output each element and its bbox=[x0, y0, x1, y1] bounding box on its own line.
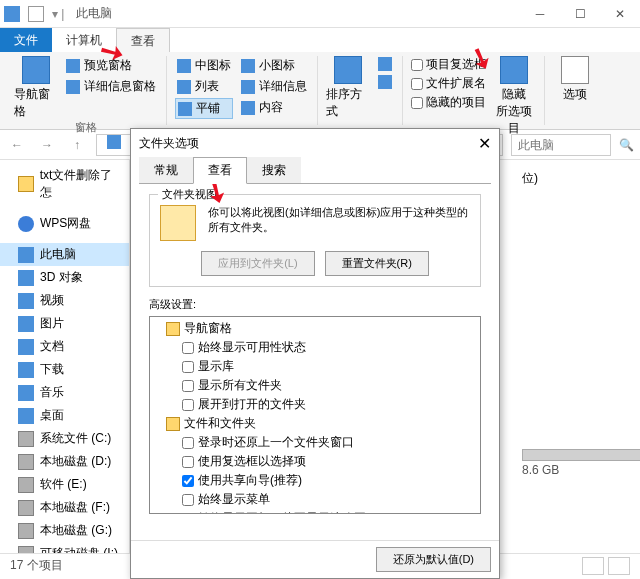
addcol-button[interactable] bbox=[376, 56, 394, 72]
sidebar-item[interactable]: 本地磁盘 (G:) bbox=[0, 519, 129, 542]
small-icons-button[interactable]: 小图标 bbox=[239, 56, 309, 75]
tree-check[interactable]: 使用复选框以选择项 bbox=[152, 452, 478, 471]
dlg-tab-search[interactable]: 搜索 bbox=[247, 157, 301, 184]
options-button[interactable]: 选项 bbox=[553, 56, 597, 125]
folder-view-text: 你可以将此视图(如详细信息或图标)应用于这种类型的所有文件夹。 bbox=[208, 205, 470, 241]
up-button[interactable]: ↑ bbox=[66, 134, 88, 156]
nav-pane-button[interactable]: 导航窗格 bbox=[14, 56, 58, 120]
tree-checkbox[interactable] bbox=[182, 513, 194, 515]
reset-folders-button[interactable]: 重置文件夹(R) bbox=[325, 251, 429, 276]
sidebar-item[interactable]: 文档 bbox=[0, 335, 129, 358]
restore-defaults-button[interactable]: 还原为默认值(D) bbox=[376, 547, 491, 572]
tree-check[interactable]: 显示库 bbox=[152, 357, 478, 376]
chk-extensions[interactable]: 文件扩展名 bbox=[411, 75, 486, 92]
sidebar-item[interactable]: 本地磁盘 (F:) bbox=[0, 496, 129, 519]
view-large-button[interactable] bbox=[608, 557, 630, 575]
sidebar-item[interactable]: 系统文件 (C:) bbox=[0, 427, 129, 450]
tab-view[interactable]: 查看 bbox=[116, 28, 170, 52]
chk-checkboxes[interactable]: 项目复选框 bbox=[411, 56, 486, 73]
tree-check[interactable]: 显示所有文件夹 bbox=[152, 376, 478, 395]
search-input[interactable] bbox=[511, 134, 611, 156]
qat-sep: ▾ | bbox=[52, 7, 64, 21]
dialog-close-button[interactable]: ✕ bbox=[478, 134, 491, 153]
sort-icon bbox=[334, 56, 362, 84]
tiles-button[interactable]: 平铺 bbox=[175, 98, 233, 119]
tree-check[interactable]: 展开到打开的文件夹 bbox=[152, 395, 478, 414]
tree-checkbox[interactable] bbox=[182, 475, 194, 487]
medium-icons-button[interactable]: 中图标 bbox=[175, 56, 233, 75]
qat-icon[interactable] bbox=[28, 6, 44, 22]
sidebar-item[interactable]: 可移动磁盘 (I:) bbox=[0, 542, 129, 553]
sidebar-item-thispc[interactable]: 此电脑 bbox=[0, 243, 129, 266]
details-pane-button[interactable]: 详细信息窗格 bbox=[64, 77, 158, 96]
tree-checkbox[interactable] bbox=[182, 494, 194, 506]
tree-folder[interactable]: 文件和文件夹 bbox=[152, 414, 478, 433]
detailv-icon bbox=[241, 80, 255, 94]
details-icon bbox=[66, 80, 80, 94]
tree-checkbox[interactable] bbox=[182, 380, 194, 392]
view-details-button[interactable] bbox=[582, 557, 604, 575]
dialog-body: 文件夹视图 你可以将此视图(如详细信息或图标)应用于这种类型的所有文件夹。 应用… bbox=[139, 183, 491, 540]
dlg-tab-general[interactable]: 常规 bbox=[139, 157, 193, 184]
tree-check[interactable]: 始终显示可用性状态 bbox=[152, 338, 478, 357]
tree-checkbox[interactable] bbox=[182, 456, 194, 468]
advanced-label: 高级设置: bbox=[149, 297, 481, 312]
tree-checkbox[interactable] bbox=[182, 437, 194, 449]
drive-icon bbox=[18, 477, 34, 493]
search-icon[interactable]: 🔍 bbox=[619, 138, 634, 152]
drive-icon bbox=[18, 523, 34, 539]
tree-check[interactable]: 登录时还原上一个文件夹窗口 bbox=[152, 433, 478, 452]
advanced-tree[interactable]: 导航窗格始终显示可用性状态显示库显示所有文件夹展开到打开的文件夹文件和文件夹登录… bbox=[149, 316, 481, 514]
pc-icon bbox=[18, 247, 34, 263]
tree-checkbox[interactable] bbox=[182, 342, 194, 354]
tree-folder[interactable]: 导航窗格 bbox=[152, 319, 478, 338]
preview-pane-button[interactable]: 预览窗格 bbox=[64, 56, 158, 75]
tree-check[interactable]: 使用共享向导(推荐) bbox=[152, 471, 478, 490]
dlg-tab-view[interactable]: 查看 bbox=[193, 157, 247, 184]
content-icon bbox=[241, 101, 255, 115]
dialog-tabs: 常规 查看 搜索 bbox=[131, 157, 499, 184]
folder-options-dialog: 文件夹选项 ✕ 常规 查看 搜索 文件夹视图 你可以将此视图(如详细信息或图标)… bbox=[130, 128, 500, 579]
drive-bar bbox=[522, 449, 640, 461]
drive-icon bbox=[18, 431, 34, 447]
list-button[interactable]: 列表 bbox=[175, 77, 233, 96]
sidebar-item[interactable]: txt文件删除了怎 bbox=[0, 164, 129, 204]
dialog-titlebar: 文件夹选项 ✕ bbox=[131, 129, 499, 157]
sidebar: txt文件删除了怎 WPS网盘 此电脑 3D 对象 视频 图片 文档 下载 音乐… bbox=[0, 160, 130, 553]
hide-selected-button[interactable]: 隐藏 所选项目 bbox=[492, 56, 536, 137]
sidebar-item[interactable]: 下载 bbox=[0, 358, 129, 381]
sidebar-item[interactable]: 本地磁盘 (D:) bbox=[0, 450, 129, 473]
pictures-icon bbox=[18, 316, 34, 332]
tree-checkbox[interactable] bbox=[182, 399, 194, 411]
sidebar-item[interactable]: 软件 (E:) bbox=[0, 473, 129, 496]
tab-computer[interactable]: 计算机 bbox=[52, 28, 116, 52]
tree-check[interactable]: 始终显示图标，从不显示缩略图 bbox=[152, 509, 478, 514]
sidebar-item[interactable]: WPS网盘 bbox=[0, 212, 129, 235]
details-view-button[interactable]: 详细信息 bbox=[239, 77, 309, 96]
minimize-button[interactable]: ─ bbox=[520, 0, 560, 28]
sidebar-item[interactable]: 3D 对象 bbox=[0, 266, 129, 289]
drive-icon bbox=[18, 454, 34, 470]
midicon-icon bbox=[177, 59, 191, 73]
folder-icon bbox=[166, 417, 180, 431]
tree-check[interactable]: 始终显示菜单 bbox=[152, 490, 478, 509]
list-icon bbox=[177, 80, 191, 94]
chk-hidden[interactable]: 隐藏的项目 bbox=[411, 94, 486, 111]
sort-button[interactable]: 排序方式 bbox=[326, 56, 370, 125]
sidebar-item[interactable]: 桌面 bbox=[0, 404, 129, 427]
sidebar-item[interactable]: 图片 bbox=[0, 312, 129, 335]
back-button[interactable]: ← bbox=[6, 134, 28, 156]
sidebar-item[interactable]: 视频 bbox=[0, 289, 129, 312]
tab-file[interactable]: 文件 bbox=[0, 28, 52, 52]
tree-checkbox[interactable] bbox=[182, 361, 194, 373]
apply-to-folders-button[interactable]: 应用到文件夹(L) bbox=[201, 251, 314, 276]
maximize-button[interactable]: ☐ bbox=[560, 0, 600, 28]
ribbon-tabs: 文件 计算机 查看 bbox=[0, 28, 640, 52]
tiles-icon bbox=[178, 102, 192, 116]
forward-button[interactable]: → bbox=[36, 134, 58, 156]
close-button[interactable]: ✕ bbox=[600, 0, 640, 28]
size-button[interactable] bbox=[376, 74, 394, 90]
folder-icon bbox=[166, 322, 180, 336]
sidebar-item[interactable]: 音乐 bbox=[0, 381, 129, 404]
content-button[interactable]: 内容 bbox=[239, 98, 309, 117]
